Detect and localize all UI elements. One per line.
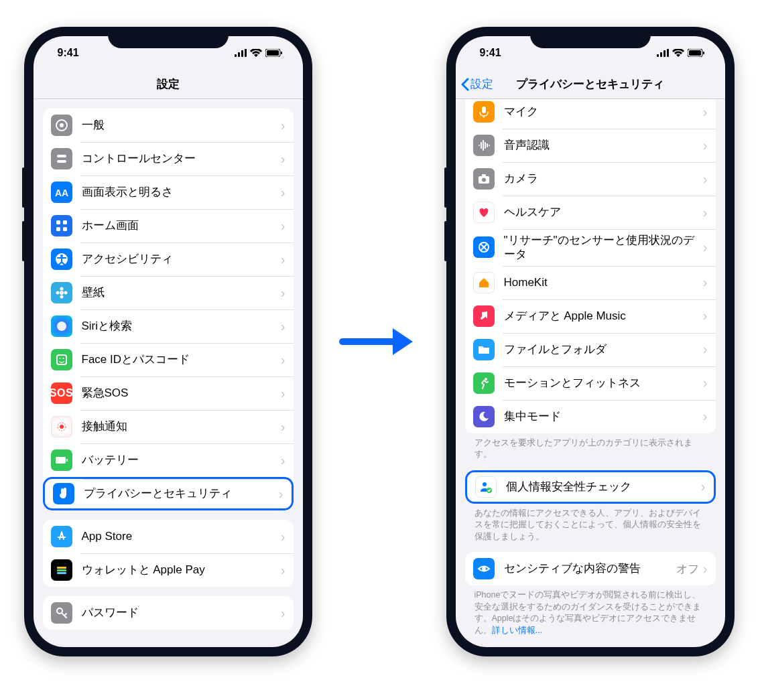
svg-rect-41 <box>689 50 701 56</box>
chevron-right-icon: › <box>281 419 286 435</box>
settings-group: マイク›音声認識›カメラ›ヘルスケア›"リサーチ"のセンサーと使用状況のデータ›… <box>465 99 716 433</box>
arrow-right-icon <box>339 322 420 362</box>
row-privacy[interactable]: プライバシーとセキュリティ› <box>43 477 294 510</box>
navigation-arrow <box>339 322 420 362</box>
siri-icon <box>51 316 72 337</box>
svg-rect-3 <box>245 49 247 57</box>
phone-left: 9:41 設定 一般›コントロールセンター›AA画面表示と明るさ›ホーム画面›ア… <box>24 27 312 656</box>
chevron-right-icon: › <box>281 252 286 267</box>
chevron-right-icon: › <box>281 218 286 234</box>
row-accessibility[interactable]: アクセシビリティ› <box>43 242 294 276</box>
chevron-left-icon <box>461 78 469 91</box>
svg-point-19 <box>60 287 63 291</box>
row-label: 集中モード <box>504 409 703 423</box>
back-button[interactable]: 設定 <box>461 76 493 92</box>
privacy-list[interactable]: マイク›音声認識›カメラ›ヘルスケア›"リサーチ"のセンサーと使用状況のデータ›… <box>456 99 725 647</box>
svg-point-18 <box>60 291 64 295</box>
row-home-screen[interactable]: ホーム画面› <box>43 209 294 242</box>
row-focus[interactable]: 集中モード› <box>465 400 716 433</box>
row-homekit[interactable]: HomeKit› <box>465 266 716 299</box>
chevron-right-icon: › <box>703 240 708 255</box>
svg-rect-1 <box>238 52 240 57</box>
chevron-right-icon: › <box>281 529 286 545</box>
chevron-right-icon: › <box>703 375 708 391</box>
battery-icon <box>688 49 705 57</box>
svg-rect-29 <box>56 457 66 464</box>
svg-point-22 <box>64 291 67 295</box>
row-files[interactable]: ファイルとフォルダ› <box>465 333 716 366</box>
settings-group: App Store›ウォレットと Apple Pay› <box>43 520 294 587</box>
svg-text:AA: AA <box>55 188 68 198</box>
row-display[interactable]: AA画面表示と明るさ› <box>43 176 294 209</box>
research-icon <box>473 236 495 258</box>
screen-settings: 9:41 設定 一般›コントロールセンター›AA画面表示と明るさ›ホーム画面›ア… <box>34 36 303 647</box>
heart-icon <box>473 202 495 223</box>
svg-rect-36 <box>657 54 659 57</box>
camera-icon <box>473 168 495 190</box>
svg-rect-12 <box>56 220 60 224</box>
svg-point-48 <box>485 378 487 380</box>
settings-group: センシティブな内容の警告オフ› <box>465 552 716 585</box>
row-appstore[interactable]: App Store› <box>43 520 294 553</box>
status-time: 9:41 <box>58 47 79 59</box>
row-motion[interactable]: モーションとフィットネス› <box>465 366 716 400</box>
row-faceid[interactable]: Face IDとパスコード› <box>43 343 294 376</box>
row-label: ファイルとフォルダ <box>504 342 703 356</box>
row-camera[interactable]: カメラ› <box>465 162 716 196</box>
row-label: ヘルスケア <box>504 205 703 219</box>
settings-list[interactable]: 一般›コントロールセンター›AA画面表示と明るさ›ホーム画面›アクセシビリティ›… <box>34 99 303 647</box>
hand-icon <box>53 483 74 504</box>
accessibility-icon <box>51 249 72 270</box>
row-label: モーションとフィットネス <box>504 376 703 390</box>
svg-point-23 <box>57 322 66 331</box>
nav-title: 設定 <box>157 76 180 92</box>
row-passwords[interactable]: パスワード› <box>43 596 294 630</box>
row-wallet[interactable]: ウォレットと Apple Pay› <box>43 553 294 587</box>
svg-point-8 <box>60 123 64 127</box>
toggles-icon <box>51 148 72 169</box>
row-label: アクセシビリティ <box>82 252 281 266</box>
svg-rect-9 <box>57 155 66 157</box>
row-control-center[interactable]: コントロールセンター› <box>43 142 294 176</box>
folder-icon <box>473 339 495 360</box>
row-safety-check[interactable]: 個人情報安全性チェック› <box>465 470 716 504</box>
svg-rect-24 <box>57 355 66 364</box>
svg-rect-6 <box>281 52 282 54</box>
text-size-icon: AA <box>51 182 72 203</box>
chevron-right-icon: › <box>703 104 708 120</box>
svg-point-51 <box>482 567 486 571</box>
chevron-right-icon: › <box>703 308 708 324</box>
exposure-icon <box>51 416 72 437</box>
music-icon <box>473 305 495 327</box>
svg-rect-31 <box>57 567 66 569</box>
row-label: パスワード <box>82 606 281 620</box>
row-battery[interactable]: バッテリー› <box>43 443 294 477</box>
row-label: App Store <box>82 529 281 543</box>
row-sos[interactable]: SOS緊急SOS› <box>43 376 294 410</box>
row-siri[interactable]: Siriと検索› <box>43 309 294 343</box>
row-exposure[interactable]: 接触通知› <box>43 410 294 443</box>
svg-rect-37 <box>660 52 662 57</box>
row-general[interactable]: 一般› <box>43 109 294 142</box>
chevron-right-icon: › <box>281 151 286 167</box>
footer-link[interactable]: 詳しい情報... <box>492 626 542 635</box>
svg-rect-13 <box>63 220 67 224</box>
eye-icon <box>473 558 495 579</box>
svg-point-27 <box>60 425 64 429</box>
row-microphone[interactable]: マイク› <box>465 99 716 129</box>
svg-rect-2 <box>241 50 243 57</box>
status-indicators <box>235 49 283 57</box>
row-label: ホーム画面 <box>82 218 281 232</box>
battery-icon <box>51 449 72 471</box>
svg-rect-30 <box>66 459 68 462</box>
svg-rect-10 <box>57 160 66 163</box>
row-media[interactable]: メディアと Apple Music› <box>465 299 716 333</box>
screen-privacy: 9:41 設定 プライバシーとセキュリティ マイク›音声認識›カメラ›ヘルスケア… <box>456 36 725 647</box>
row-research[interactable]: "リサーチ"のセンサーと使用状況のデータ› <box>465 229 716 266</box>
chevron-right-icon: › <box>703 409 708 424</box>
row-health[interactable]: ヘルスケア› <box>465 196 716 229</box>
row-sensitive[interactable]: センシティブな内容の警告オフ› <box>465 552 716 585</box>
svg-rect-15 <box>63 227 67 231</box>
row-speech[interactable]: 音声認識› <box>465 129 716 162</box>
row-wallpaper[interactable]: 壁紙› <box>43 276 294 309</box>
